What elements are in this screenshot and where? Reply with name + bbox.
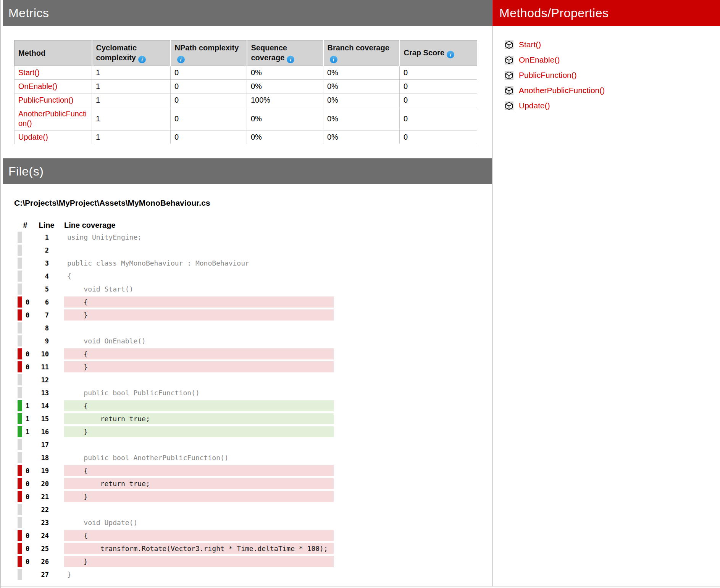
hit-count — [22, 258, 33, 269]
code-text: } — [64, 491, 334, 502]
code-line-row: 115 return true; — [18, 413, 334, 424]
method-properties-link[interactable]: AnotherPublicFunction() — [519, 86, 605, 95]
method-list-item: Update() — [492, 98, 720, 113]
hit-count — [22, 452, 33, 463]
code-line-row: 024 { — [18, 530, 334, 541]
line-number: 4 — [33, 271, 51, 282]
code-line-row: 2 — [18, 245, 334, 256]
code-line-row: 18 public bool AnotherPublicFunction() — [18, 452, 334, 463]
code-line-row: 22 — [18, 504, 334, 515]
method-link[interactable]: PublicFunction() — [18, 96, 74, 104]
method-list-item: AnotherPublicFunction() — [492, 83, 720, 98]
coverage-indicator-bar — [18, 387, 22, 398]
metrics-cell-crap: 0 — [400, 66, 477, 80]
hit-count — [22, 517, 33, 528]
method-link[interactable]: Start() — [18, 68, 40, 77]
hit-count — [22, 232, 33, 243]
method-link[interactable]: AnotherPublicFunction() — [18, 110, 87, 127]
metrics-panel-header: Metrics — [3, 0, 492, 26]
coverage-indicator-bar — [18, 478, 22, 489]
metrics-cell-branch: 0% — [323, 66, 400, 80]
info-icon[interactable]: i — [177, 56, 185, 63]
metrics-cell-method: PublicFunction() — [15, 93, 92, 107]
gutter-gap — [51, 413, 64, 424]
gutter-gap — [51, 232, 64, 243]
coverage-indicator-bar — [18, 296, 22, 308]
gutter-gap — [51, 465, 64, 476]
code-text: return true; — [64, 478, 334, 489]
hit-count: 1 — [22, 413, 33, 424]
hit-count: 0 — [22, 465, 33, 476]
code-text — [64, 245, 334, 256]
coverage-indicator-bar — [18, 309, 22, 321]
coverage-indicator-bar — [18, 322, 22, 333]
hit-count — [22, 284, 33, 295]
coverage-indicator-bar — [18, 491, 22, 502]
method-link[interactable]: OnEnable() — [18, 82, 57, 90]
line-number: 12 — [33, 374, 51, 385]
metrics-cell-crap: 0 — [400, 107, 477, 130]
metrics-cell-npath: 0 — [171, 130, 247, 144]
method-link[interactable]: Update() — [18, 133, 48, 141]
methods-title: Methods/Properties — [499, 6, 609, 20]
hit-count: 0 — [22, 361, 33, 372]
metrics-cell-branch: 0% — [323, 80, 400, 93]
info-icon[interactable]: i — [447, 51, 454, 58]
coverage-indicator-bar — [18, 413, 22, 424]
metrics-cell-crap: 0 — [400, 130, 477, 144]
column-header-label: Crap Score — [404, 48, 445, 57]
line-number: 1 — [33, 232, 51, 243]
info-icon[interactable]: i — [138, 56, 146, 63]
code-line-row: 011 } — [18, 361, 334, 372]
method-properties-link[interactable]: Start() — [519, 40, 541, 49]
line-number: 22 — [33, 504, 51, 515]
line-number: 26 — [33, 556, 51, 567]
column-header-cyclomatic-complexity: Cyclomatic complexityi — [92, 40, 171, 66]
files-title: File(s) — [8, 164, 44, 178]
code-text: { — [64, 400, 334, 411]
code-line-row: 23 void Update() — [18, 517, 334, 528]
line-number: 14 — [33, 400, 51, 411]
code-line-row: 1using UnityEngine; — [18, 232, 334, 243]
metrics-cell-npath: 0 — [171, 66, 247, 80]
coverage-column-header: Line coverage — [64, 221, 116, 230]
gutter-gap — [51, 361, 64, 372]
metrics-table-row: PublicFunction()10100%0%0 — [15, 93, 477, 107]
code-line-row: 021 } — [18, 491, 334, 502]
metrics-cell-npath: 0 — [171, 107, 247, 130]
metrics-cell-method: AnotherPublicFunction() — [15, 107, 92, 130]
code-line-row: 114 { — [18, 400, 334, 411]
line-number: 16 — [33, 426, 51, 437]
method-properties-link[interactable]: PublicFunction() — [519, 71, 577, 80]
metrics-table-row: AnotherPublicFunction()100%0%0 — [15, 107, 477, 130]
code-text: void OnEnable() — [64, 335, 334, 346]
line-number: 6 — [33, 296, 51, 308]
hit-count: 0 — [22, 348, 33, 359]
metrics-cell-npath: 0 — [171, 93, 247, 107]
hit-count — [22, 245, 33, 256]
column-header-sequence-coverage: Sequence coveragei — [247, 40, 323, 66]
info-icon[interactable]: i — [330, 56, 337, 63]
column-header-method: Method — [15, 40, 92, 66]
code-line-row: 27} — [18, 569, 334, 580]
metrics-cell-cyclomatic: 1 — [92, 130, 171, 144]
code-text: { — [64, 465, 334, 476]
method-properties-link[interactable]: OnEnable() — [519, 55, 560, 64]
column-header-branch-coverage: Branch coveragei — [323, 40, 400, 66]
line-number: 15 — [33, 413, 51, 424]
hit-count: 0 — [22, 296, 33, 308]
gutter-gap — [51, 439, 64, 450]
metrics-cell-sequence: 0% — [247, 66, 323, 80]
class-cube-icon — [505, 71, 513, 80]
methods-panel-header: Methods/Properties — [492, 0, 720, 26]
column-header-label: NPath complexity — [175, 43, 239, 52]
hits-column-header: # — [20, 221, 31, 230]
line-number: 17 — [33, 439, 51, 450]
code-text: { — [64, 530, 334, 541]
code-text: public bool AnotherPublicFunction() — [64, 452, 334, 463]
hit-count: 0 — [22, 478, 33, 489]
method-properties-link[interactable]: Update() — [519, 101, 550, 110]
info-icon[interactable]: i — [287, 56, 294, 63]
metrics-table-row: OnEnable()100%0%0 — [15, 80, 477, 93]
metrics-cell-cyclomatic: 1 — [92, 107, 171, 130]
